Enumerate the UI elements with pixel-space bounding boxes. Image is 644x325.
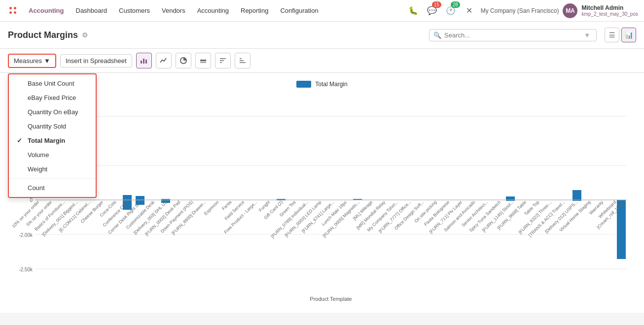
user-info: Mitchell Admin kmp_2_test_may_30_pos [581,4,638,17]
measure-ebay-fixed-price[interactable]: eBay Fixed Price [9,91,96,105]
nav-configuration[interactable]: Configuration [275,4,323,17]
measure-count[interactable]: Count [9,181,96,195]
measure-volume[interactable]: Volume [9,148,96,162]
activities-badge: 28 [451,1,460,8]
measure-quantity-sold[interactable]: Quantity Sold [9,119,96,133]
legend-color-swatch [296,81,311,88]
messages-badge: 15 [432,1,441,8]
app-logo[interactable] [6,4,20,18]
legend-label: Total Margin [315,81,347,88]
search-input[interactable] [444,32,582,39]
x-axis-title: Product Template [310,296,352,302]
svg-rect-5 [200,62,206,63]
measure-total-margin[interactable]: ✓ Total Margin [9,133,96,148]
nav-reporting[interactable]: Reporting [236,4,273,17]
chart-svg-area: 500 0 0 -2.00k -2.50k [8,92,636,305]
measures-chevron-icon: ▼ [44,57,50,65]
list-view-btn[interactable]: ☰ [605,28,619,42]
svg-rect-2 [145,60,147,64]
nav-dashboard[interactable]: Dashboard [71,4,112,17]
insert-label: Insert in Spreadsheet [66,57,127,65]
search-bar[interactable]: 🔍 ▼ [429,29,597,41]
nav-vendors[interactable]: Vendors [157,4,190,17]
search-icon: 🔍 [433,32,441,39]
debug-icon[interactable]: 🐛 [406,3,421,18]
line-chart-btn[interactable] [156,53,172,68]
measures-label: Measures [14,57,42,65]
measures-button[interactable]: Measures ▼ [8,54,56,68]
measure-quantity-on-ebay[interactable]: Quantity On eBay [9,105,96,119]
bar-chart-svg: 500 0 0 -2.00k -2.50k [8,92,629,303]
pie-chart-btn[interactable] [176,53,191,68]
chart-view-btn[interactable]: 📊 [621,28,636,42]
messages-icon[interactable]: 💬 15 [425,3,439,18]
stacked-bar-btn[interactable] [195,53,211,68]
page-title: Product Margins [8,30,78,40]
measure-base-unit-count[interactable]: Base Unit Count [9,76,96,91]
company-label: My Company (San Francisco) [481,7,559,14]
insert-spreadsheet-button[interactable]: Insert in Spreadsheet [60,54,132,67]
nav-customers[interactable]: Customers [114,4,155,17]
sort-asc-btn[interactable] [215,53,231,68]
svg-rect-0 [141,61,142,64]
svg-text:Cheese Burger: Cheese Burger [80,199,105,224]
sort-desc-btn[interactable] [235,53,250,68]
svg-text:-2.50k: -2.50k [19,267,33,272]
svg-text:-2.00k: -2.00k [19,232,33,238]
user-db: kmp_2_test_may_30_pos [581,11,638,17]
dropdown-divider [9,178,96,179]
close-icon[interactable]: ✕ [462,3,477,18]
svg-text:0: 0 [30,197,33,203]
svg-text:Fanta: Fanta [221,199,232,211]
toolbar: Measures ▼ Insert in Spreadsheet Base Un… [0,49,644,73]
activities-icon[interactable]: 🕐 28 [443,3,458,18]
bar-usps[interactable] [572,190,581,201]
svg-rect-4 [200,60,206,61]
svg-rect-1 [143,59,144,64]
top-navigation: Accounting Dashboard Customers Vendors A… [0,0,644,22]
settings-gear-icon[interactable]: ⚙ [82,31,88,39]
nav-accounting[interactable]: Accounting [24,4,69,17]
measures-dropdown: Base Unit Count eBay Fixed Price Quantit… [8,73,97,198]
user-name: Mitchell Admin [581,4,638,11]
page-header: Product Margins ⚙ 🔍 ▼ ☰ 📊 [0,22,644,49]
bar-chart-btn[interactable] [136,53,152,68]
chart-legend: Total Margin [8,81,636,88]
nav-accounting2[interactable]: Accounting [192,4,234,17]
avatar[interactable]: MA [563,3,577,18]
measure-weight[interactable]: Weight [9,162,96,176]
search-dropdown-icon[interactable]: ▼ [582,32,592,39]
